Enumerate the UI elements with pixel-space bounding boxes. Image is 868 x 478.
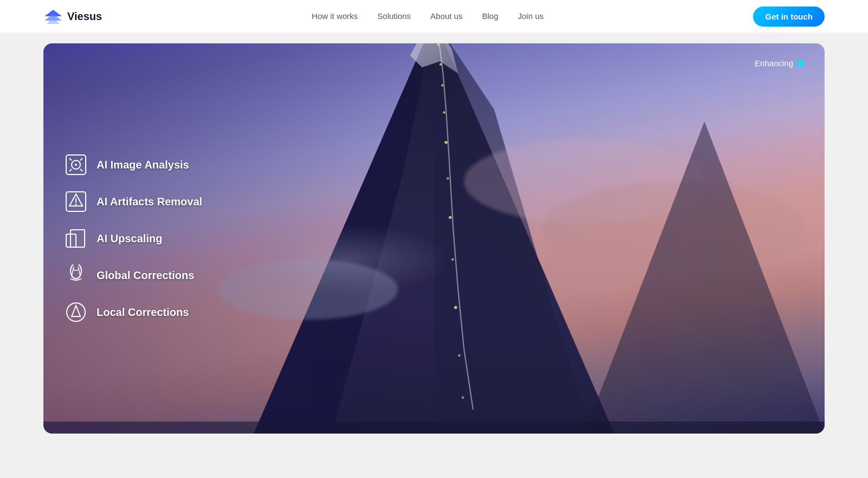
upscaling-icon (65, 228, 87, 249)
enhancing-dot (797, 61, 803, 66)
svg-point-38 (71, 264, 81, 279)
enhancing-badge: Enhancing (755, 59, 803, 68)
menu-label-local-corrections: Local Corrections (97, 306, 189, 319)
hero-container: Enhancing AI Image Analysis (43, 43, 825, 434)
logo-text: Viesus (67, 10, 102, 23)
nav-links: How it works Solutions About us Blog Joi… (312, 11, 544, 21)
artifacts-icon (65, 191, 87, 212)
svg-line-30 (69, 169, 72, 171)
nav-item-about-us[interactable]: About us (430, 11, 462, 21)
svg-line-29 (80, 158, 82, 160)
navbar: Viesus How it works Solutions About us B… (0, 0, 868, 33)
nav-item-blog[interactable]: Blog (482, 11, 499, 21)
enhancing-label: Enhancing (755, 59, 793, 68)
nav-item-join-us[interactable]: Join us (518, 11, 544, 21)
svg-line-40 (78, 267, 80, 276)
global-icon (65, 264, 87, 286)
sidebar-menu: AI Image Analysis AI Artifacts Removal (65, 154, 202, 323)
svg-point-35 (75, 204, 77, 205)
menu-label-global-corrections: Global Corrections (97, 269, 194, 282)
svg-rect-37 (71, 230, 85, 247)
menu-label-ai-upscaling: AI Upscaling (97, 232, 162, 245)
local-icon (65, 301, 87, 323)
nav-item-how-it-works[interactable]: How it works (312, 11, 358, 21)
menu-label-ai-image-analysis: AI Image Analysis (97, 159, 189, 171)
svg-line-39 (72, 267, 74, 276)
menu-item-ai-image-analysis[interactable]: AI Image Analysis (65, 154, 202, 176)
menu-item-local-corrections[interactable]: Local Corrections (65, 301, 202, 323)
menu-label-ai-artifacts-removal: AI Artifacts Removal (97, 196, 202, 208)
svg-point-27 (75, 164, 77, 166)
get-in-touch-button[interactable]: Get in touch (753, 7, 825, 27)
menu-item-ai-upscaling[interactable]: AI Upscaling (65, 228, 202, 249)
logo-icon (43, 9, 63, 24)
logo[interactable]: Viesus (43, 9, 102, 24)
menu-item-global-corrections[interactable]: Global Corrections (65, 264, 202, 286)
hero-wrapper: Enhancing AI Image Analysis (0, 33, 868, 450)
nav-item-solutions[interactable]: Solutions (378, 11, 411, 21)
svg-line-31 (80, 169, 82, 171)
analysis-icon (65, 154, 87, 176)
svg-line-28 (69, 158, 72, 160)
menu-item-ai-artifacts-removal[interactable]: AI Artifacts Removal (65, 191, 202, 212)
svg-marker-42 (72, 306, 80, 316)
